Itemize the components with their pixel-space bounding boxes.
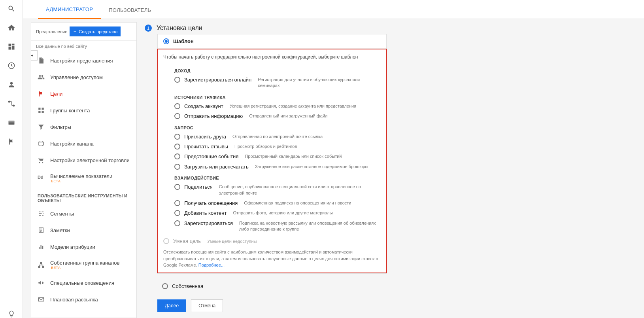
- view-side-panel: ↤ Представление ＋Создать представл Все д…: [31, 22, 137, 318]
- note-icon: [38, 227, 45, 234]
- nav-view-settings[interactable]: Настройки представления: [31, 52, 136, 69]
- nav-section-header: ПОЛЬЗОВАТЕЛЬСКИЕ ИНСТРУМЕНТЫ И ОБЪЕКТЫ: [31, 188, 136, 205]
- template-intro: Чтобы начать работу с предварительно нас…: [158, 49, 386, 64]
- radio-smart-goal: Умная цель Умные цели недоступны: [158, 234, 386, 248]
- opt-send-info[interactable]: Отправить информациюОтправленный или заг…: [158, 111, 386, 121]
- nav-segments[interactable]: Сегменты: [31, 205, 136, 222]
- opt-get-alerts[interactable]: Получать оповещенияОформленная подписка …: [158, 198, 386, 208]
- radio-template-row[interactable]: Шаблон: [158, 34, 386, 49]
- radio-custom-goal[interactable]: Собственная: [145, 280, 644, 292]
- svg-point-2: [13, 105, 14, 106]
- svg-rect-3: [8, 121, 14, 125]
- radio-icon: [163, 238, 169, 244]
- svg-rect-4: [8, 122, 14, 123]
- groups-icon: [38, 107, 45, 114]
- search-icon[interactable]: [8, 5, 15, 13]
- radio-icon: [174, 103, 180, 109]
- person-icon[interactable]: [8, 81, 15, 89]
- funnel-icon: [38, 123, 45, 131]
- nav-notes[interactable]: Заметки: [31, 222, 136, 238]
- opt-share[interactable]: ПоделитьсяСообщение, опубликованное в со…: [158, 182, 386, 198]
- opt-create-account[interactable]: Создать аккаунтУспешная регистрация, соз…: [158, 101, 386, 111]
- nav-scheduled-emails[interactable]: Плановая рассылка: [31, 291, 136, 308]
- radio-icon: [174, 113, 180, 119]
- opt-register-online[interactable]: Зарегистрироваться онлайнРегистрация для…: [158, 75, 386, 91]
- nav-user-management[interactable]: Управление доступом: [31, 69, 136, 85]
- opt-invite-friend[interactable]: Пригласить другаОтправленная по электрон…: [158, 132, 386, 142]
- radio-icon: [174, 164, 180, 170]
- nav-attribution[interactable]: Модели атрибуции: [31, 238, 136, 255]
- radio-icon: [174, 77, 180, 83]
- back-arrow-button[interactable]: ↤: [31, 50, 38, 61]
- group-interaction: ВЗАИМОДЕЙСТВИЕ: [158, 172, 386, 182]
- cart-icon: [38, 157, 45, 164]
- bars-icon: [38, 243, 45, 250]
- create-view-button[interactable]: ＋Создать представл: [70, 26, 121, 36]
- radio-icon: [174, 144, 180, 150]
- tab-user[interactable]: ПОЛЬЗОВАТЕЛЬ: [101, 2, 159, 19]
- dd-icon: Dd: [38, 175, 45, 182]
- nav-content-groups[interactable]: Группы контента: [31, 102, 136, 119]
- nav-alerts[interactable]: Специальные оповещения: [31, 274, 136, 291]
- flag-icon[interactable]: [8, 138, 15, 146]
- panel-subtitle: Все данные по веб-сайту: [31, 41, 136, 52]
- svg-rect-14: [40, 262, 42, 264]
- radio-icon: [174, 184, 180, 190]
- nav-calculated-metrics[interactable]: DdВычисляемые показателиБЕТА: [31, 168, 136, 188]
- opt-download-print[interactable]: Загрузить или распечататьЗагруженное или…: [158, 162, 386, 172]
- svg-point-1: [8, 101, 9, 102]
- radio-icon: [174, 200, 180, 206]
- opt-upcoming-events[interactable]: Предстоящие событияПросмотренный календа…: [158, 151, 386, 161]
- radio-icon: [174, 220, 180, 226]
- opt-add-content[interactable]: Добавить контентОтправить фото, историю …: [158, 208, 386, 218]
- cancel-button[interactable]: Отмена: [191, 299, 223, 312]
- opt-read-reviews[interactable]: Прочитать отзывыПросмотр обзоров и рейти…: [158, 142, 386, 151]
- people-icon: [38, 74, 45, 81]
- nav-channel-group[interactable]: Собственная группа каналовБЕТА: [31, 255, 136, 274]
- svg-rect-15: [38, 266, 40, 268]
- home-icon[interactable]: [8, 24, 15, 32]
- radio-icon: [162, 283, 168, 289]
- svg-rect-16: [42, 266, 44, 268]
- top-tabs: АДМИНИСТРАТОР ПОЛЬЗОВАТЕЛЬ: [23, 0, 644, 19]
- radio-icon: [163, 38, 169, 44]
- left-icon-rail: [0, 0, 23, 318]
- dashboard-icon[interactable]: [8, 43, 15, 51]
- svg-rect-7: [38, 111, 40, 113]
- megaphone-icon: [38, 279, 45, 286]
- smart-goal-more-link[interactable]: Подробнее...: [198, 263, 225, 267]
- clock-icon[interactable]: [8, 62, 15, 70]
- radio-icon: [174, 210, 180, 216]
- smart-goal-description: Отслеживать посещения сайта с наибольшим…: [158, 248, 386, 273]
- document-icon: [38, 57, 45, 64]
- channel-icon: [38, 140, 45, 147]
- svg-rect-5: [38, 108, 40, 110]
- tree-icon: [38, 261, 45, 269]
- flag-icon: [38, 90, 45, 97]
- nav-goals[interactable]: Цели: [31, 85, 136, 102]
- step-1-title: Установка цели: [157, 25, 202, 32]
- nav-channel-settings[interactable]: Настройки канала: [31, 135, 136, 152]
- opt-signup[interactable]: ЗарегистрироватьсяПодписка на новостную …: [158, 218, 386, 235]
- step-1-badge: 1: [145, 25, 152, 32]
- mail-icon: [38, 296, 45, 303]
- segments-icon: [38, 210, 45, 217]
- svg-rect-13: [42, 246, 43, 249]
- panel-head-label: Представление: [36, 29, 67, 34]
- radio-icon: [174, 134, 180, 140]
- goal-setup-area: 1 Установка цели Шаблон Чтобы начать раб…: [137, 19, 644, 318]
- next-button[interactable]: Далее: [157, 299, 186, 312]
- svg-rect-9: [39, 142, 43, 145]
- group-traffic: ИСТОЧНИКИ ТРАФИКА: [158, 91, 386, 101]
- group-revenue: ДОХОД: [158, 64, 386, 75]
- flow-icon[interactable]: [8, 100, 15, 108]
- goal-form-box: Шаблон Чтобы начать работу с предварител…: [157, 34, 387, 274]
- radio-icon: [174, 153, 180, 159]
- template-options-highlight: Чтобы начать работу с предварительно нас…: [157, 49, 387, 273]
- card-icon[interactable]: [8, 119, 15, 127]
- nav-filters[interactable]: Фильтры: [31, 119, 136, 135]
- tab-admin[interactable]: АДМИНИСТРАТОР: [38, 1, 101, 19]
- nav-ecommerce-settings[interactable]: Настройки электронной торговли: [31, 152, 136, 168]
- bulb-icon[interactable]: [8, 310, 15, 318]
- svg-rect-6: [42, 108, 44, 110]
